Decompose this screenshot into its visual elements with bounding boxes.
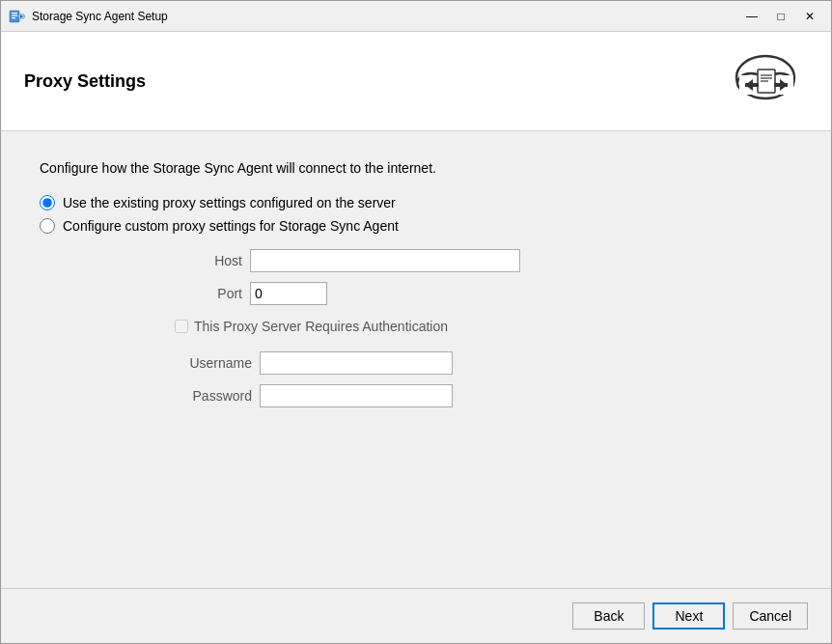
radio-custom-label: Configure custom proxy settings for Stor… xyxy=(63,218,399,234)
svg-rect-1 xyxy=(12,13,17,14)
title-bar: Storage Sync Agent Setup — □ ✕ xyxy=(1,1,831,32)
radio-option-existing[interactable]: Use the existing proxy settings configur… xyxy=(40,195,792,210)
port-input[interactable] xyxy=(250,282,327,305)
host-row: Host xyxy=(175,249,792,272)
page-title: Proxy Settings xyxy=(24,71,146,92)
radio-option-custom[interactable]: Configure custom proxy settings for Stor… xyxy=(40,218,792,234)
proxy-radio-group: Use the existing proxy settings configur… xyxy=(40,195,792,234)
username-input[interactable] xyxy=(260,351,453,375)
host-label: Host xyxy=(175,253,242,268)
back-button[interactable]: Back xyxy=(572,602,645,630)
auth-checkbox-row: This Proxy Server Requires Authenticatio… xyxy=(175,319,792,334)
maximize-button[interactable]: □ xyxy=(767,6,794,27)
radio-custom[interactable] xyxy=(40,218,55,234)
username-row: Username xyxy=(175,351,792,375)
auth-checkbox[interactable] xyxy=(175,320,188,333)
window-title: Storage Sync Agent Setup xyxy=(32,10,738,23)
svg-rect-0 xyxy=(10,11,19,22)
cancel-button[interactable]: Cancel xyxy=(733,602,808,630)
custom-proxy-fields: Host Port This Proxy Server Requires Aut… xyxy=(175,249,792,407)
app-icon xyxy=(9,8,26,25)
password-label: Password xyxy=(175,388,252,404)
footer: Back Next Cancel xyxy=(1,588,831,643)
radio-existing[interactable] xyxy=(40,195,55,210)
content-area: Configure how the Storage Sync Agent wil… xyxy=(1,131,831,588)
cloud-icon xyxy=(731,47,808,115)
svg-rect-2 xyxy=(12,14,17,15)
svg-rect-3 xyxy=(12,17,15,18)
next-button[interactable]: Next xyxy=(652,602,725,630)
auth-fields: Username Password xyxy=(175,351,792,407)
svg-rect-17 xyxy=(774,83,788,87)
description-text: Configure how the Storage Sync Agent wil… xyxy=(40,160,792,176)
radio-existing-label: Use the existing proxy settings configur… xyxy=(63,195,396,210)
username-label: Username xyxy=(175,355,252,371)
setup-window: Storage Sync Agent Setup — □ ✕ Proxy Set… xyxy=(0,0,832,644)
svg-rect-15 xyxy=(745,83,759,87)
password-input[interactable] xyxy=(260,384,453,407)
port-row: Port xyxy=(175,282,792,305)
minimize-button[interactable]: — xyxy=(738,6,765,27)
password-row: Password xyxy=(175,384,792,407)
auth-checkbox-label: This Proxy Server Requires Authenticatio… xyxy=(194,319,448,334)
window-controls: — □ ✕ xyxy=(738,6,823,27)
close-button[interactable]: ✕ xyxy=(796,6,823,27)
port-label: Port xyxy=(175,286,242,301)
header-section: Proxy Settings xyxy=(1,32,831,131)
host-input[interactable] xyxy=(250,249,520,272)
